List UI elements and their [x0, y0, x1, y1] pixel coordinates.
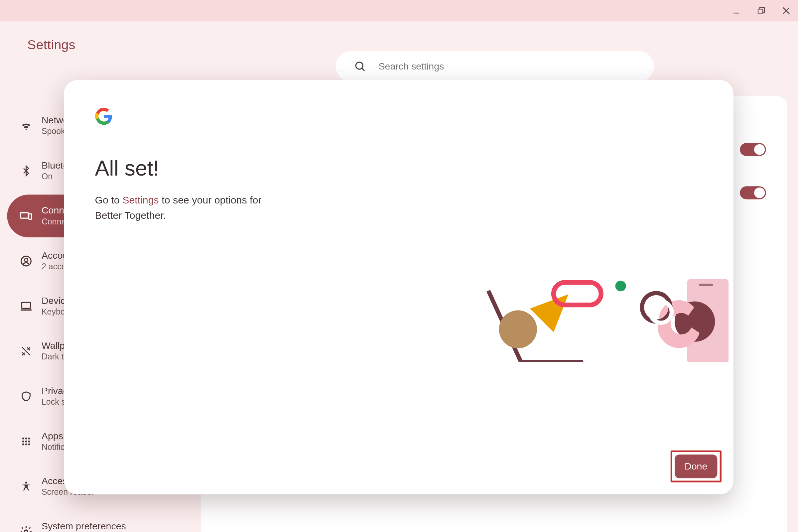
dialog-title: All set!: [95, 156, 703, 181]
window-restore-button[interactable]: [756, 5, 767, 17]
google-logo-icon: [95, 108, 113, 125]
dialog-body: Go to Settings to see your options for B…: [95, 193, 291, 223]
window-close-button[interactable]: [780, 5, 792, 17]
svg-rect-2: [758, 9, 763, 14]
window-titlebar: [0, 0, 798, 21]
all-set-dialog: All set! Go to Settings to see your opti…: [64, 80, 734, 494]
dialog-overlay: All set! Go to Settings to see your opti…: [0, 21, 798, 532]
svg-point-26: [615, 281, 626, 291]
settings-link[interactable]: Settings: [122, 194, 159, 206]
svg-rect-28: [699, 284, 713, 286]
done-button[interactable]: Done: [674, 455, 717, 478]
window-minimize-button[interactable]: [730, 5, 742, 17]
svg-point-23: [499, 310, 537, 348]
dialog-body-prefix: Go to: [95, 194, 123, 206]
better-together-illustration: [396, 220, 728, 362]
done-button-highlight: Done: [670, 450, 721, 482]
